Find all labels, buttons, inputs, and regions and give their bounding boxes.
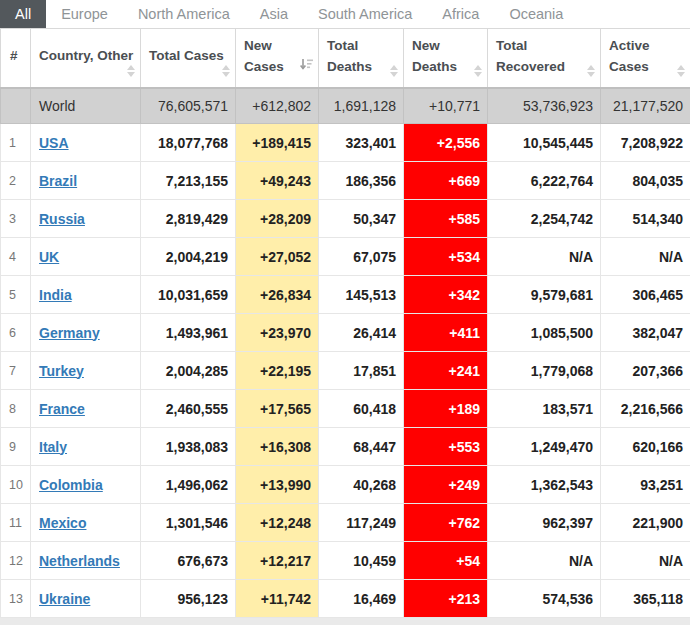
total-deaths-cell: 60,418 [319,390,404,428]
total-cases-cell: 7,213,155 [141,162,236,200]
total-cases-cell: 2,004,219 [141,238,236,276]
country-link[interactable]: Colombia [39,477,103,493]
new-cases-cell: +16,308 [236,428,319,466]
total-deaths-cell: 145,513 [319,276,404,314]
country-row-india: 5 India 10,031,659 +26,834 145,513 +342 … [1,276,690,314]
continent-tab-label: Asia [260,6,288,22]
table-body: World 76,605,571 +612,802 1,691,128 +10,… [1,88,690,618]
total-recovered-cell: 9,579,681 [488,276,601,314]
world-total-recovered: 53,736,923 [488,88,601,124]
total-cases-cell: 2,460,555 [141,390,236,428]
country-cell: Colombia [31,466,141,504]
continent-tab-south-america[interactable]: South America [303,0,427,28]
total-recovered-cell: N/A [488,542,601,580]
total-deaths-cell: 186,356 [319,162,404,200]
continent-tab-label: All [15,6,31,22]
active-cases-cell: 382,047 [601,314,690,352]
country-row-italy: 9 Italy 1,938,083 +16,308 68,447 +553 1,… [1,428,690,466]
continent-tab-label: Africa [442,6,479,22]
country-row-colombia: 10 Colombia 1,496,062 +13,990 40,268 +24… [1,466,690,504]
new-deaths-cell: +54 [404,542,488,580]
rank-cell: 1 [1,124,31,162]
country-row-turkey: 7 Turkey 2,004,285 +22,195 17,851 +241 1… [1,352,690,390]
world-active-cases: 21,177,520 [601,88,690,124]
total-recovered-cell: N/A [488,238,601,276]
country-link[interactable]: UK [39,249,59,265]
country-link[interactable]: Brazil [39,173,77,189]
country-link[interactable]: Mexico [39,515,86,531]
active-cases-cell: 620,166 [601,428,690,466]
country-link[interactable]: Russia [39,211,85,227]
new-deaths-cell: +189 [404,390,488,428]
total-recovered-cell: 962,397 [488,504,601,542]
world-row: World 76,605,571 +612,802 1,691,128 +10,… [1,88,690,124]
column-header-label: New Cases [244,38,284,74]
country-link[interactable]: Netherlands [39,553,120,569]
continent-tab-oceania[interactable]: Oceania [494,0,578,28]
rank-cell: 6 [1,314,31,352]
sort-icon [390,65,398,77]
new-cases-cell: +49,243 [236,162,319,200]
continent-tab-europe[interactable]: Europe [46,0,123,28]
column-header-total-deaths[interactable]: Total Deaths [319,29,404,88]
world-new-deaths: +10,771 [404,88,488,124]
country-row-russia: 3 Russia 2,819,429 +28,209 50,347 +585 2… [1,200,690,238]
continent-tab-africa[interactable]: Africa [427,0,494,28]
sort-icon [474,65,482,77]
new-deaths-cell: +669 [404,162,488,200]
new-deaths-cell: +213 [404,580,488,618]
column-header-label: Active Cases [609,38,650,74]
column-header-active-cases[interactable]: Active Cases [601,29,690,88]
new-deaths-cell: +2,556 [404,124,488,162]
country-link[interactable]: Germany [39,325,100,341]
continent-tab-label: Oceania [509,6,563,22]
total-deaths-cell: 40,268 [319,466,404,504]
total-cases-cell: 956,123 [141,580,236,618]
country-link[interactable]: France [39,401,85,417]
active-cases-cell: 207,366 [601,352,690,390]
country-link[interactable]: Italy [39,439,67,455]
country-row-ukraine: 13 Ukraine 956,123 +11,742 16,469 +213 5… [1,580,690,618]
new-deaths-cell: +762 [404,504,488,542]
continent-tab-asia[interactable]: Asia [245,0,303,28]
total-recovered-cell: 1,085,500 [488,314,601,352]
active-cases-cell: 93,251 [601,466,690,504]
country-link[interactable]: Turkey [39,363,84,379]
column-header-country-other[interactable]: Country, Other [31,29,141,88]
active-cases-cell: 221,900 [601,504,690,542]
column-header-total-recovered[interactable]: Total Recovered [488,29,601,88]
active-cases-cell: 306,465 [601,276,690,314]
column-header-new-cases[interactable]: New Cases [236,29,319,88]
country-link[interactable]: USA [39,135,69,151]
country-cell: Germany [31,314,141,352]
country-row-brazil: 2 Brazil 7,213,155 +49,243 186,356 +669 … [1,162,690,200]
total-recovered-cell: 183,571 [488,390,601,428]
country-cell: Netherlands [31,542,141,580]
continent-tabs: All Europe North America Asia South Amer… [0,0,690,28]
total-deaths-cell: 26,414 [319,314,404,352]
total-deaths-cell: 67,075 [319,238,404,276]
active-cases-cell: 7,208,922 [601,124,690,162]
country-row-usa: 1 USA 18,077,768 +189,415 323,401 +2,556… [1,124,690,162]
header-row: # Country, Other Total Cases [1,29,690,88]
column-header-new-deaths[interactable]: New Deaths [404,29,488,88]
continent-tab-all[interactable]: All [0,0,46,28]
total-cases-cell: 2,004,285 [141,352,236,390]
total-deaths-cell: 17,851 [319,352,404,390]
country-cell: Russia [31,200,141,238]
country-link[interactable]: Ukraine [39,591,90,607]
continent-tab-north-america[interactable]: North America [123,0,245,28]
world-rank-cell [1,88,31,124]
country-cell: France [31,390,141,428]
active-cases-cell: N/A [601,238,690,276]
total-recovered-cell: 10,545,445 [488,124,601,162]
sort-icon [587,65,595,77]
country-link[interactable]: India [39,287,72,303]
rank-cell: 9 [1,428,31,466]
total-recovered-cell: 1,249,470 [488,428,601,466]
column-header-: # [1,29,31,88]
country-cell: UK [31,238,141,276]
new-cases-cell: +12,248 [236,504,319,542]
column-header-total-cases[interactable]: Total Cases [141,29,236,88]
new-deaths-cell: +342 [404,276,488,314]
